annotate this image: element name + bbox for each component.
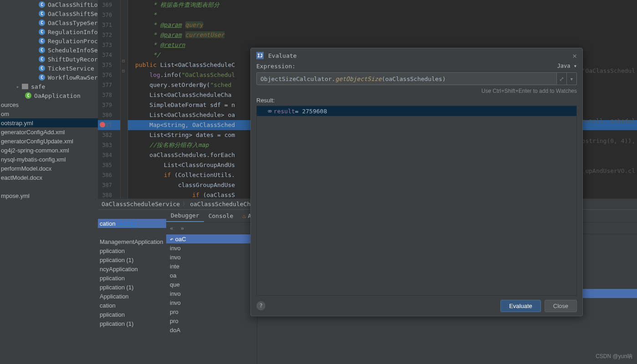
- actuator-icon: ♨: [242, 212, 246, 219]
- frame-row[interactable]: invo: [166, 298, 257, 307]
- tree-folder-safe[interactable]: ▸ safe: [0, 82, 98, 91]
- run-config-row[interactable]: pplication: [98, 273, 166, 283]
- run-config-row[interactable]: ManagementApplication: [98, 237, 166, 246]
- breakpoint-icon[interactable]: [100, 122, 105, 127]
- dialog-titlebar[interactable]: IJ Evaluate ✕: [251, 48, 582, 63]
- tree-file[interactable]: performModel.docx: [0, 164, 98, 173]
- expression-input[interactable]: ObjectSizeCalculator.getObjectSize(oaCla…: [256, 72, 557, 85]
- expand-icon[interactable]: ⤢: [557, 72, 567, 85]
- run-config-row[interactable]: pplication (1): [98, 255, 166, 264]
- tree-file[interactable]: nysql-mybatis-config.xml: [0, 155, 98, 164]
- tab-debugger[interactable]: Debugger: [166, 210, 204, 222]
- tree-label: TicketService: [48, 65, 94, 72]
- tree-class-item[interactable]: COaClassShiftLogSer: [0, 0, 98, 9]
- line-gutter[interactable]: 3693703713723733743753763773783793803813…: [98, 0, 121, 198]
- tree-class-item[interactable]: CTicketService: [0, 64, 98, 73]
- nav-next-icon[interactable]: »: [180, 225, 184, 232]
- frame-row[interactable]: doA: [166, 325, 257, 334]
- run-config-row[interactable]: [98, 210, 166, 219]
- code-line[interactable]: * @param query: [128, 20, 637, 30]
- tree-label: OaApplication: [34, 92, 81, 99]
- tree-label: WorkflowRawServic: [48, 74, 98, 81]
- watermark: CSDN @yun呐: [596, 353, 632, 360]
- frame-row[interactable]: inte: [166, 262, 257, 271]
- class-icon: C: [39, 74, 45, 81]
- frame-nav[interactable]: « »: [166, 222, 257, 234]
- class-icon: C: [39, 65, 45, 71]
- run-config-row[interactable]: pplication: [98, 246, 166, 255]
- tree-file[interactable]: ootstrap.yml: [0, 118, 98, 127]
- project-panel: COaClassShiftLogSerCOaClassShiftServiceC…: [0, 0, 98, 364]
- result-label: Result:: [256, 97, 577, 104]
- tree-file[interactable]: generatorConfigUpdate.xml: [0, 136, 98, 146]
- frame-row[interactable]: invo: [166, 253, 257, 262]
- dialog-body: Expression: Java ▾ ObjectSizeCalculator.…: [251, 63, 582, 296]
- code-line[interactable]: * @param currentUser: [128, 30, 637, 40]
- run-config-row[interactable]: cation :8411/: [98, 219, 166, 228]
- tree-class-item[interactable]: CRegulationInfoServ: [0, 27, 98, 36]
- evaluate-dialog: IJ Evaluate ✕ Expression: Java ▾ ObjectS…: [250, 48, 583, 316]
- tree-class-item[interactable]: CShiftDutyRecordSe: [0, 55, 98, 64]
- frame-row[interactable]: que: [166, 280, 257, 289]
- run-configs[interactable]: cation :8411/ManagementApplicationpplica…: [98, 210, 166, 364]
- result-tree[interactable]: oo result = 2759608: [256, 106, 577, 296]
- run-config-row[interactable]: Application: [98, 292, 166, 301]
- tree-folder[interactable]: ources: [0, 100, 98, 109]
- tree-folder[interactable]: om: [0, 109, 98, 118]
- tree-label: ScheduleInfoServic: [48, 47, 98, 54]
- run-config-row[interactable]: [98, 228, 166, 237]
- run-config-row[interactable]: cation: [98, 301, 166, 310]
- run-config-row[interactable]: pplication (1): [98, 283, 166, 292]
- tree-file[interactable]: [0, 182, 98, 191]
- primitive-icon: oo: [268, 109, 271, 113]
- frame-row[interactable]: invo: [166, 289, 257, 298]
- tree-class-item[interactable]: CScheduleInfoServic: [0, 46, 98, 55]
- result-row[interactable]: oo result = 2759608: [257, 106, 576, 116]
- frame-row[interactable]: pro: [166, 316, 257, 325]
- expression-field-wrap: ObjectSizeCalculator.getObjectSize(oaCla…: [256, 72, 577, 85]
- result-value: = 2759608: [295, 108, 327, 115]
- class-icon: C: [39, 47, 45, 53]
- run-config-row[interactable]: pplication (1): [98, 319, 166, 328]
- close-icon[interactable]: ✕: [572, 51, 577, 60]
- tree-label: OaClassTypeService: [48, 20, 98, 26]
- history-dropdown-icon[interactable]: ▾: [567, 72, 577, 85]
- nav-prev-icon[interactable]: «: [170, 225, 173, 232]
- breadcrumb-class[interactable]: OaClassScheduleService: [102, 201, 180, 207]
- expression-label: Expression:: [256, 63, 296, 70]
- class-icon: C: [25, 92, 31, 99]
- tab-console[interactable]: Console: [204, 210, 238, 222]
- frame-row[interactable]: invo: [166, 243, 257, 253]
- tree-file[interactable]: generatorConfigAdd.xml: [0, 127, 98, 136]
- tree-class-app[interactable]: C OaApplication: [0, 91, 98, 100]
- frame-row[interactable]: ↶oaC: [166, 234, 257, 243]
- language-selector[interactable]: Java ▾: [557, 63, 577, 70]
- frame-row[interactable]: pro: [166, 307, 257, 316]
- tree-class-item[interactable]: COaClassTypeService: [0, 18, 98, 27]
- fold-mark-icon[interactable]: ⊟: [122, 58, 125, 63]
- tree-label: OaClassShiftLogSer: [48, 1, 98, 8]
- tree-class-item[interactable]: CWorkflowRawServic: [0, 73, 98, 82]
- evaluate-button[interactable]: Evaluate: [500, 300, 541, 312]
- tree-file[interactable]: og4j2-spring-common.xml: [0, 146, 98, 155]
- fold-mark-icon[interactable]: ⊟: [122, 68, 125, 73]
- code-line[interactable]: * 根据条件查询图表部分: [128, 0, 637, 10]
- dialog-buttons: ? Evaluate Close: [251, 296, 582, 316]
- result-name: result: [274, 108, 295, 115]
- frames-panel[interactable]: « » ↶oaCinvoinvointeoaqueinvoinvoproprod…: [166, 222, 257, 364]
- fold-strip[interactable]: ⊟ ⊟: [121, 0, 128, 198]
- tree-file[interactable]: eactModel.docx: [0, 173, 98, 182]
- tree-label: RegulationInfoServ: [48, 29, 98, 35]
- tree-file[interactable]: mpose.yml: [0, 191, 98, 200]
- class-icon: C: [39, 20, 45, 26]
- tree-class-item[interactable]: COaClassShiftService: [0, 9, 98, 18]
- dialog-title: Evaluate: [268, 52, 297, 59]
- code-line[interactable]: *: [128, 10, 637, 20]
- run-config-row[interactable]: ncyApplication: [98, 264, 166, 273]
- run-config-row[interactable]: pplication: [98, 310, 166, 319]
- close-button[interactable]: Close: [545, 300, 577, 312]
- help-icon[interactable]: ?: [256, 301, 265, 310]
- tree-class-item[interactable]: CRegulationProcessF: [0, 36, 98, 46]
- class-icon: C: [39, 10, 45, 17]
- frame-row[interactable]: oa: [166, 271, 257, 280]
